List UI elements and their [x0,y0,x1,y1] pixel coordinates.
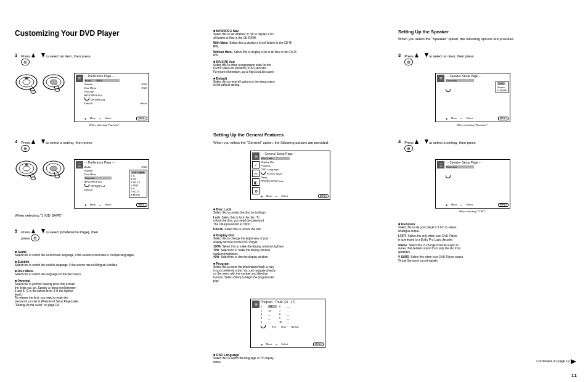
enter-pill-4: ⊕ [404,59,413,65]
svg-point-7 [50,80,57,85]
heading-general: Setting Up the General Features [213,132,380,138]
caption-sel-parental: When selecting "Parental" [15,123,194,127]
opt-divx: DIVX[R] Vod [216,60,235,64]
osd-program: ☰ Program : Track (01 - 17) 1046__ 2137_… [250,299,325,348]
opt-mp3jpeg-text: Select this to set whether or not to dis… [213,33,380,39]
opt-default: Default [216,77,227,80]
arrow-down-icon-3 [41,229,45,235]
arrow-up-icon [31,53,35,59]
svg-point-11 [23,166,30,171]
step3-text-b: to select an item, then press [46,54,91,58]
arrow-down-icon [41,53,45,59]
step-number-3: 3 [15,52,17,58]
step3-text-c: . [31,60,32,64]
enter-pill: ⊕ [21,59,30,65]
svg-point-4 [31,91,36,94]
page-number: 11 [571,373,577,378]
caption-sel-ltrt: When selecting "LT/RT" [398,210,509,213]
osd-speaker-b: ☰ - - Speaker Setup Page - - Downmix ✥Mo… [435,159,510,209]
arrow-down-icon-4 [425,53,428,59]
svg-point-17 [55,175,60,178]
dpad-center-icon-2 [42,159,68,180]
enter-pill-3: ⊕ [31,235,39,241]
continued-link: Continued on page 12 [398,359,577,364]
step-number-3b: 3 [398,52,401,58]
opt-subtitle: Subtitle [18,260,30,264]
enter-pill-5: ⊕ [404,145,413,152]
osd-preference-b: ☰ - - Preference Page - - AudioENG Subti… [74,159,149,209]
arrow-up-icon-2 [31,139,35,145]
opt-divx-text: Select this to show a registration code … [213,64,380,74]
general-intro: When you select the "General" option, th… [213,141,380,145]
arrow-up-icon-4 [415,53,419,59]
enter-pill-2: ⊕ [21,145,30,152]
osd-speaker-a: ☰ - - Speaker Setup Page - - Downmix LT/… [435,73,510,122]
dpad-center-icon [42,73,68,94]
svg-marker-3 [25,77,28,79]
caption-sel-downmix: When selecting "Downmix" [398,123,509,127]
step-number-4: 4 [15,139,17,144]
step-number-5: 5 [15,228,17,234]
dpad-up-icon [15,73,41,94]
dpad-up-icon-2 [15,159,41,180]
step-number-4b: 4 [398,139,401,144]
arrow-up-icon-3 [31,229,35,235]
step3-text-a: Press [21,54,31,58]
svg-marker-12 [25,163,28,165]
heading-speaker: Setting Up the Speaker [398,29,577,35]
svg-point-2 [23,80,30,85]
opt-osd-lang-text: Select this to switch the language of TV… [213,357,380,363]
select-1kid-safe: When selecting "1 KID SAFE" [15,214,194,218]
svg-point-16 [50,166,57,171]
svg-point-8 [55,89,60,92]
speaker-intro: When you select the "Speaker" option, th… [398,37,577,41]
osd-preference-a: ☰ - - Preference Page - - Audio ENG Subt… [74,73,149,122]
arrow-up-icon-5 [415,139,419,145]
opt-parental-text: Select this to prohibit viewing discs th… [15,283,194,307]
opt-default-text: Select this to reset all options in the … [213,80,380,87]
arrow-down-icon-2 [41,139,45,145]
arrow-down-icon-5 [425,139,428,145]
svg-point-13 [31,177,36,180]
osd-general: ☰ ♪ ▭ ◧ ⚙ - - General Setup Page - - Dis… [250,151,330,200]
page-title: Customizing Your DVD Player [15,29,194,38]
svg-marker-18 [571,359,576,364]
